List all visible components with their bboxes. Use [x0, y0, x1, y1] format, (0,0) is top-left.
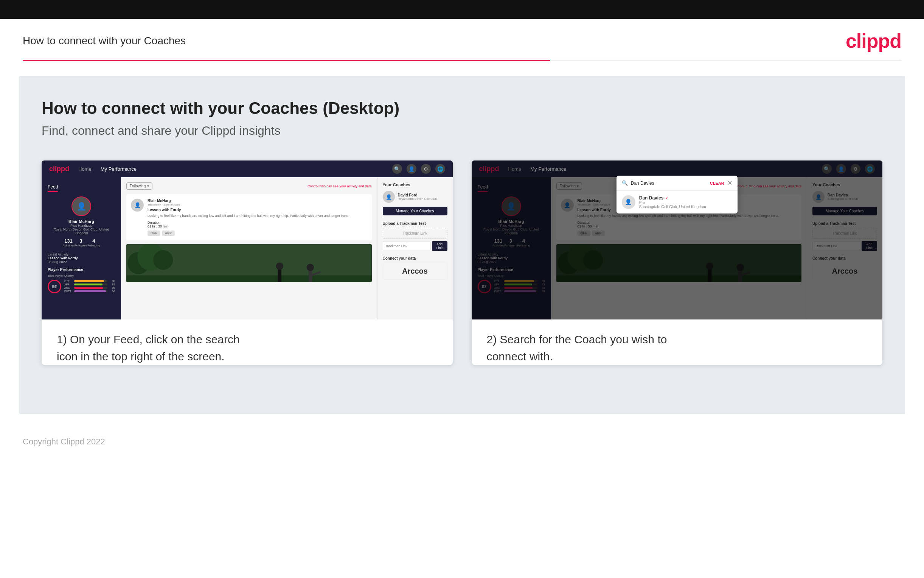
post-duration: Duration 01 hr : 30 min	[147, 221, 367, 228]
screenshot-1: clippd Home My Performance 🔍 👤 ⚙ 🌐 Feed	[42, 161, 453, 365]
connect-title: Connect your data	[383, 256, 447, 260]
coach-avatar: 👤	[383, 191, 395, 203]
post-body: Looking to feel like my hands are exitin…	[147, 213, 367, 218]
svg-point-7	[276, 262, 283, 270]
quality-score: 92	[48, 280, 61, 293]
search-bar: 🔍 Dan Davies CLEAR ✕	[617, 175, 738, 191]
feed-tab[interactable]: Feed	[48, 184, 58, 192]
trackman-section: Upload a Trackman Test Trackman Link Add…	[383, 221, 447, 251]
stats-row: 131 Activities 3 Followers 4 Following	[62, 238, 100, 247]
app-body-1: Feed 👤 Blair McHarg Plus Handicap Royal …	[42, 177, 453, 320]
bar-app: APP 85	[64, 283, 115, 286]
trackman-input[interactable]	[383, 241, 430, 251]
photo-placeholder	[126, 244, 372, 282]
performance-sub: Total Player Quality	[48, 274, 115, 278]
result-name: Dan Davies ✓	[639, 195, 706, 201]
user-icon[interactable]: 👤	[406, 164, 416, 174]
following-button[interactable]: Following ▾	[126, 182, 152, 190]
svg-point-4	[153, 250, 173, 270]
chevron-down-icon: ▾	[147, 184, 149, 188]
off-button[interactable]: OFF	[147, 231, 160, 236]
stat-followers-num: 3	[74, 238, 87, 244]
result-info: Dan Davies ✓ Pro Sunningdale Golf Club, …	[639, 195, 706, 209]
performance-bars: OTT 90 APP 85	[64, 280, 115, 293]
main-heading: How to connect with your Coaches (Deskto…	[42, 99, 882, 118]
header: How to connect with your Coaches clippd	[0, 19, 924, 60]
latest-activity-section: Latest Activity Lesson with Fordy 03 Aug…	[48, 252, 115, 264]
result-avatar: 👤	[622, 195, 635, 209]
stat-activities-num: 131	[62, 238, 74, 244]
app-screen-2: clippd Home My Performance 🔍 👤 ⚙ 🌐 Feed	[472, 161, 883, 320]
trackman-title: Upload a Trackman Test	[383, 221, 447, 226]
app-button[interactable]: APP	[162, 231, 175, 236]
post-card: 👤 Blair McHarg Yesterday · Sunningdale L…	[126, 194, 372, 240]
stat-following-label: Following	[87, 244, 100, 247]
screenshot-2: clippd Home My Performance 🔍 👤 ⚙ 🌐 Feed	[472, 161, 883, 365]
latest-activity-label: Latest Activity	[48, 252, 115, 256]
step-2-number: 2) Search for the Coach you wish to	[487, 333, 667, 346]
top-bar	[0, 0, 924, 19]
app-nav-1: clippd Home My Performance 🔍 👤 ⚙ 🌐	[42, 161, 453, 177]
result-name-text: Dan Davies	[639, 195, 664, 201]
step-1-text: icon in the top right of the screen.	[57, 350, 225, 363]
search-result[interactable]: 👤 Dan Davies ✓ Pro Sunningdale Golf Club…	[617, 191, 738, 213]
post-meta: Yesterday · Sunningdale	[147, 203, 367, 206]
following-row: Following ▾ Control who can see your act…	[126, 182, 372, 190]
left-panel: Feed 👤 Blair McHarg Plus Handicap Royal …	[42, 177, 121, 320]
main-subheading: Find, connect and share your Clippd insi…	[42, 124, 882, 138]
page-title: How to connect with your Coaches	[23, 35, 186, 47]
step-1-number: 1) On your Feed, click on the search	[57, 333, 240, 346]
nav-home[interactable]: Home	[78, 166, 92, 172]
coach-name: David Ford	[398, 193, 437, 197]
stat-followers-label: Followers	[74, 244, 87, 247]
toggle-buttons: OFF APP	[147, 231, 367, 236]
avatar-icon[interactable]: 🌐	[435, 164, 445, 174]
middle-panel: Following ▾ Control who can see your act…	[121, 177, 377, 320]
nav-my-performance[interactable]: My Performance	[100, 166, 136, 172]
coach-club: Royal North Devon Golf Club	[398, 197, 437, 201]
search-icon[interactable]: 🔍	[392, 164, 402, 174]
svg-point-10	[307, 263, 314, 271]
latest-activity-item: Lesson with Fordy	[48, 256, 115, 260]
step-1-label: 1) On your Feed, click on the search ico…	[42, 320, 453, 365]
nav-icons: 🔍 👤 ⚙ 🌐	[392, 164, 445, 174]
bar-arg: ARG 86	[64, 287, 115, 289]
post-author-avatar: 👤	[131, 199, 144, 212]
svg-rect-1	[126, 275, 372, 282]
performance-section: Player Performance Total Player Quality …	[48, 268, 115, 293]
bar-putt: PUTT 96	[64, 290, 115, 292]
copyright: Copyright Clippd 2022	[23, 437, 105, 446]
coach-item: 👤 David Ford Royal North Devon Golf Club	[383, 191, 447, 203]
post-content: Blair McHarg Yesterday · Sunningdale Les…	[147, 199, 367, 236]
nav-logo: clippd	[49, 165, 69, 173]
add-link-button[interactable]: Add Link	[432, 241, 447, 251]
following-label: Following	[130, 184, 146, 188]
main-content: How to connect with your Coaches (Deskto…	[19, 76, 905, 414]
quality-row: 92 OTT 90 APP	[48, 280, 115, 293]
clear-button[interactable]: CLEAR	[710, 181, 724, 185]
svg-rect-6	[278, 269, 282, 282]
step-2-label: 2) Search for the Coach you wish to conn…	[472, 320, 883, 365]
profile-club: Royal North Devon Golf Club, United King…	[48, 227, 115, 235]
search-icon-modal: 🔍	[622, 180, 628, 186]
post-author-name: Blair McHarg	[147, 199, 367, 203]
duration-value: 01 hr : 30 min	[147, 224, 168, 228]
control-activity-link[interactable]: Control who can see your activity and da…	[307, 184, 372, 188]
performance-title: Player Performance	[48, 268, 115, 272]
profile-handicap: Plus Handicap	[70, 224, 92, 227]
verified-icon: ✓	[665, 196, 668, 201]
search-query[interactable]: Dan Davies	[631, 180, 707, 186]
stat-followers: 3 Followers	[74, 238, 87, 247]
screenshots-row: clippd Home My Performance 🔍 👤 ⚙ 🌐 Feed	[42, 161, 882, 365]
photo-section	[126, 244, 372, 282]
close-button[interactable]: ✕	[727, 179, 732, 187]
manage-coaches-button[interactable]: Manage Your Coaches	[383, 207, 447, 215]
settings-icon[interactable]: ⚙	[421, 164, 431, 174]
result-role: Pro	[639, 201, 706, 205]
app-screen-1: clippd Home My Performance 🔍 👤 ⚙ 🌐 Feed	[42, 161, 453, 320]
clippd-logo: clippd	[846, 29, 901, 52]
latest-activity-date: 03 Aug 2022	[48, 260, 115, 264]
stat-following: 4 Following	[87, 238, 100, 247]
trackman-input-row: Add Link	[383, 241, 447, 251]
profile-section: 👤 Blair McHarg Plus Handicap Royal North…	[48, 196, 115, 247]
